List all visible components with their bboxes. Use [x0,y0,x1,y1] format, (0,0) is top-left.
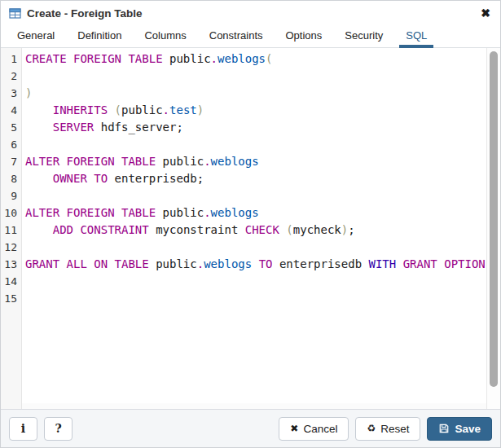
code-line: SERVER hdfs_server; [25,119,500,136]
line-number: 8 [1,170,21,187]
code-line [25,68,500,85]
code-line: ALTER FOREIGN TABLE public.weblogs [25,204,500,222]
horizontal-scrollbar[interactable] [22,403,486,409]
tab-columns[interactable]: Columns [138,25,192,47]
code-line [25,187,500,204]
reset-label: Reset [380,423,409,435]
tab-definition[interactable]: Definition [71,25,128,47]
line-number: 15 [1,290,21,307]
code-line: OWNER TO enterprisedb; [25,170,500,187]
line-number-gutter: 123456789101112131415 [1,48,22,409]
line-number: 2 [1,68,21,85]
line-number: 11 [1,222,21,239]
line-number: 14 [1,273,21,290]
line-number: 13 [1,256,21,273]
code-line: CREATE FOREIGN TABLE public.weblogs( [25,51,500,68]
save-label: Save [455,423,481,435]
code-line: GRANT ALL ON TABLE public.weblogs TO ent… [25,256,500,273]
tab-options[interactable]: Options [279,25,329,47]
code-line [25,136,500,153]
cancel-button[interactable]: ✖ Cancel [279,417,349,441]
scrollbar-thumb[interactable] [490,51,498,387]
tab-constraints[interactable]: Constraints [203,25,270,47]
code-line: ADD CONSTRAINT myconstraint CHECK (myche… [25,222,500,239]
tab-security[interactable]: Security [338,25,389,47]
save-floppy-icon [438,423,450,434]
foreign-table-icon [9,7,21,20]
code-line [25,239,500,256]
help-button[interactable]: ? [44,417,73,441]
line-number: 10 [1,204,21,222]
code-line [25,273,500,290]
line-number: 12 [1,239,21,256]
line-number: 3 [1,85,21,102]
line-number: 6 [1,136,21,153]
close-icon[interactable]: ✖ [479,7,492,20]
create-foreign-table-dialog: Create - Foreign Table ✖ GeneralDefiniti… [0,0,501,448]
reset-recycle-icon: ♻ [367,423,376,434]
sql-editor[interactable]: 123456789101112131415 CREATE FOREIGN TAB… [1,48,500,409]
code-line: ALTER FOREIGN TABLE public.weblogs [25,153,500,170]
sql-info-button[interactable]: i [9,417,37,441]
line-number: 9 [1,187,21,204]
titlebar: Create - Foreign Table ✖ [1,1,500,25]
code-line: INHERITS (public.test) [25,102,500,119]
code-line: ) [25,85,500,102]
tab-general[interactable]: General [11,25,61,47]
footer-bar: i ? ✖ Cancel ♻ Reset Save [1,409,500,447]
line-number: 7 [1,153,21,170]
cancel-x-icon: ✖ [290,423,298,434]
line-number: 5 [1,119,21,136]
tab-bar: GeneralDefinitionColumnsConstraintsOptio… [1,25,500,48]
tab-sql[interactable]: SQL [399,25,433,47]
code-line [25,290,500,307]
reset-button[interactable]: ♻ Reset [355,417,420,441]
save-button[interactable]: Save [427,417,492,441]
vertical-scrollbar[interactable] [486,48,500,409]
line-number: 4 [1,102,21,119]
line-number: 1 [1,51,21,68]
code-area[interactable]: CREATE FOREIGN TABLE public.weblogs() IN… [22,48,500,409]
cancel-label: Cancel [303,423,337,435]
dialog-title: Create - Foreign Table [27,7,479,20]
